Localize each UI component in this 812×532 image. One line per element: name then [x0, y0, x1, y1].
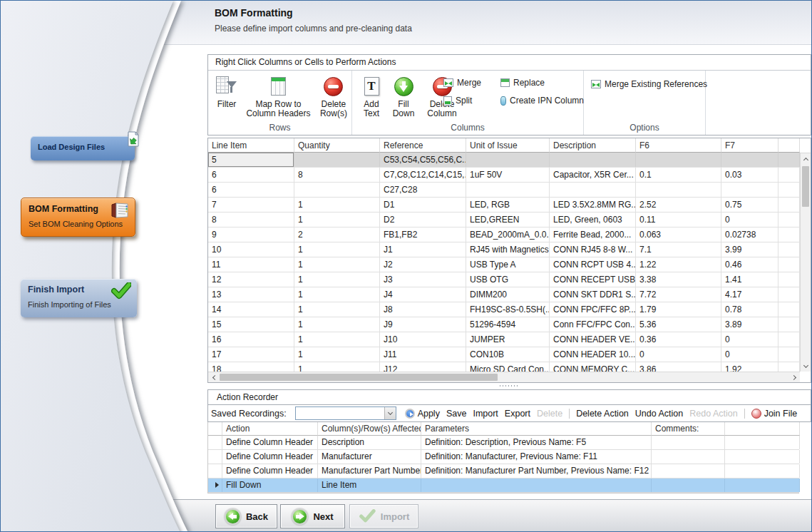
import-link[interactable]: Import: [473, 409, 498, 419]
grid-cell[interactable]: 7.1: [636, 242, 721, 257]
grid-cell[interactable]: 0: [721, 347, 778, 362]
grid-cell[interactable]: 17: [208, 347, 294, 362]
column-header[interactable]: Quantity: [294, 138, 380, 153]
action-row[interactable]: Define Column HeaderManufacturer Part Nu…: [208, 464, 799, 479]
undo-action-link[interactable]: Undo Action: [635, 409, 683, 419]
sidebar-step-finish-import[interactable]: Finish Import Finish Importing of Files: [21, 279, 137, 317]
scroll-up-button[interactable]: [801, 153, 811, 164]
grid-cell[interactable]: JUMPER: [466, 332, 550, 347]
row-selector-cell[interactable]: [208, 450, 222, 464]
horizontal-scrollbar-thumb[interactable]: [220, 374, 498, 381]
action-row[interactable]: Define Column HeaderManufacturerDefiniti…: [208, 450, 799, 464]
grid-cell[interactable]: J9: [380, 317, 466, 332]
grid-cell[interactable]: 0.02738: [721, 227, 778, 242]
grid-cell[interactable]: LED 3.5X2.8MM RG...: [550, 198, 636, 212]
scroll-down-button[interactable]: [801, 361, 811, 372]
grid-cell[interactable]: D1: [380, 198, 466, 212]
grid-cell[interactable]: 1.79: [636, 302, 721, 317]
grid-cell[interactable]: CONN RCPT USB 4...: [550, 257, 636, 272]
column-header[interactable]: Parameters: [421, 422, 652, 436]
grid-cell[interactable]: [636, 153, 721, 167]
grid-cell[interactable]: 1: [294, 213, 380, 227]
grid-cell[interactable]: 1: [294, 347, 380, 362]
delete-action-link[interactable]: Delete Action: [576, 409, 629, 419]
scroll-right-button[interactable]: [789, 372, 800, 383]
grid-cell[interactable]: 6: [208, 168, 294, 182]
grid-cell[interactable]: 3.89: [721, 317, 778, 332]
delete-link[interactable]: Delete: [537, 409, 562, 419]
grid-cell[interactable]: Description: [318, 436, 421, 449]
delete-rows-button[interactable]: Delete Row(s): [316, 74, 351, 118]
grid-cell[interactable]: 1: [294, 362, 380, 372]
table-row[interactable]: 68C7,C8,C12,C14,C15,...1uF 50VCapacitor,…: [208, 168, 811, 183]
grid-cell[interactable]: CONN HEADER 10...: [550, 347, 636, 362]
merge-existing-references-button[interactable]: Merge Existing References: [591, 79, 707, 89]
grid-cell[interactable]: Capacitor, X5R Cer...: [550, 168, 636, 182]
grid-cell[interactable]: 12: [208, 272, 294, 287]
column-header[interactable]: Reference: [380, 138, 466, 153]
grid-cell[interactable]: CONN SKT DDR1 S...: [550, 287, 636, 302]
grid-cell[interactable]: 0.11: [636, 213, 721, 227]
grid-cell[interactable]: BEAD_2000mA_0.0...: [466, 227, 550, 242]
grid-cell[interactable]: [721, 183, 778, 197]
replace-button[interactable]: Replace: [500, 78, 584, 88]
grid-cell[interactable]: 9: [208, 227, 294, 242]
grid-cell[interactable]: 2.52: [636, 198, 721, 212]
grid-cell[interactable]: 0.46: [721, 257, 778, 272]
column-header[interactable]: Action: [222, 422, 318, 436]
grid-cell[interactable]: Definition: Manufacturer Part Number, Pr…: [421, 464, 652, 478]
grid-cell[interactable]: Definition: Manufacturer, Previous Name:…: [421, 450, 652, 464]
vertical-scrollbar[interactable]: [800, 153, 811, 372]
grid-cell[interactable]: [721, 153, 778, 167]
grid-cell[interactable]: 7: [208, 198, 294, 212]
table-row[interactable]: 181J12Micro SD Card Con...CONN MEMORY C.…: [208, 362, 811, 372]
grid-cell[interactable]: 0.36: [636, 332, 721, 347]
grid-cell[interactable]: CONN RECEPT USB...: [550, 272, 636, 287]
grid-cell[interactable]: D2: [380, 213, 466, 227]
grid-cell[interactable]: LED,GREEN: [466, 213, 550, 227]
table-row[interactable]: 6C27,C28: [208, 183, 811, 198]
grid-cell[interactable]: CON10B: [466, 347, 550, 362]
grid-cell[interactable]: J8: [380, 302, 466, 317]
grid-cell[interactable]: 1: [294, 332, 380, 347]
saved-recordings-combobox[interactable]: [295, 406, 396, 420]
grid-cell[interactable]: 1.22: [636, 257, 721, 272]
scroll-left-button[interactable]: [208, 372, 219, 383]
redo-action-link[interactable]: Redo Action: [689, 409, 737, 419]
grid-cell[interactable]: 1uF 50V: [466, 168, 550, 182]
grid-cell[interactable]: Manufacturer: [318, 450, 421, 464]
grid-cell[interactable]: 51296-4594: [466, 317, 550, 332]
export-link[interactable]: Export: [505, 409, 530, 419]
grid-cell[interactable]: 8: [294, 168, 380, 182]
grid-cell[interactable]: CONN FPC/FFC 8P...: [550, 302, 636, 317]
grid-cell[interactable]: [294, 183, 380, 197]
save-link[interactable]: Save: [446, 409, 467, 419]
grid-cell[interactable]: Manufacturer Part Number: [318, 464, 421, 478]
grid-cell[interactable]: [466, 183, 550, 197]
grid-cell[interactable]: C27,C28: [380, 183, 466, 197]
grid-cell[interactable]: 1: [294, 302, 380, 317]
grid-cell[interactable]: C53,C54,C55,C56,C...: [380, 153, 466, 167]
grid-cell[interactable]: 0.78: [721, 302, 778, 317]
row-selector-cell[interactable]: [208, 464, 222, 478]
grid-cell[interactable]: [636, 183, 721, 197]
grid-cell[interactable]: 3.99: [721, 242, 778, 257]
splitter-handle[interactable]: [207, 384, 811, 389]
grid-cell[interactable]: 1.92: [721, 362, 778, 372]
column-header[interactable]: Comments:: [652, 422, 725, 436]
grid-cell[interactable]: 0: [721, 213, 778, 227]
grid-cell[interactable]: LED, Green, 0603: [550, 213, 636, 227]
grid-cell[interactable]: J12: [380, 362, 466, 372]
grid-cell[interactable]: 14: [208, 302, 294, 317]
grid-cell[interactable]: Definition: Description, Previous Name: …: [421, 436, 652, 449]
merge-button[interactable]: Merge: [443, 78, 498, 88]
sidebar-step-bom-formatting[interactable]: BOM Formatting Set BOM Cleaning Options: [21, 198, 135, 237]
grid-cell[interactable]: Conn FFC/FPC Con...: [550, 317, 636, 332]
grid-cell[interactable]: 1: [294, 272, 380, 287]
grid-cell[interactable]: J2: [380, 257, 466, 272]
grid-cell[interactable]: 8: [208, 213, 294, 227]
grid-cell[interactable]: Line Item: [318, 479, 421, 492]
grid-cell[interactable]: 7.72: [636, 287, 721, 302]
map-row-to-column-headers-button[interactable]: Map Row to Column Headers: [241, 74, 316, 118]
grid-cell[interactable]: Define Column Header: [222, 436, 318, 449]
